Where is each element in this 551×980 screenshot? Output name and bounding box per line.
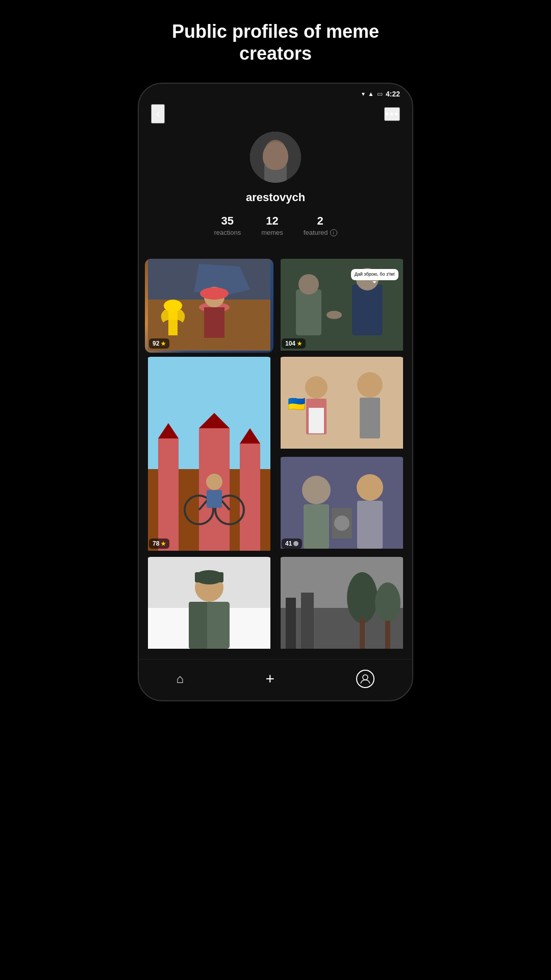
svg-rect-25	[240, 444, 260, 551]
star-icon-2: ★	[297, 340, 302, 347]
svg-rect-60	[360, 618, 365, 649]
reactions-label: reactions	[214, 229, 241, 236]
meme-thumb-5	[278, 457, 406, 551]
svg-rect-42	[304, 504, 329, 549]
star-icon-3: ★	[161, 541, 166, 547]
stats-row: 35 reactions 12 memes 2 featured i	[151, 214, 400, 236]
svg-rect-8	[204, 307, 224, 338]
svg-point-62	[363, 675, 368, 680]
nav-home[interactable]: ⌂	[177, 672, 184, 686]
phone-frame: ▾ ▲ ▭ 4:22 ‹ ••• arestovych	[138, 83, 413, 701]
avatar	[250, 132, 301, 183]
avatar-image	[250, 132, 301, 183]
svg-rect-39	[360, 398, 380, 438]
info-icon: i	[330, 229, 337, 236]
home-icon: ⌂	[177, 672, 184, 686]
stat-featured: 2 featured i	[304, 214, 337, 236]
meme-item-6[interactable]	[145, 557, 273, 651]
meme-thumb-4: 🇺🇦	[278, 357, 406, 451]
featured-count: 2	[317, 214, 323, 228]
meme-score-1: 92 ★	[149, 338, 169, 349]
top-nav: ‹ •••	[139, 100, 412, 132]
reactions-count: 35	[221, 214, 234, 228]
svg-point-3	[269, 150, 273, 153]
svg-point-10	[200, 287, 229, 300]
svg-rect-2	[264, 162, 287, 183]
svg-point-18	[327, 311, 342, 319]
bottom-nav: ⌂ +	[139, 659, 412, 700]
meme-item-1[interactable]: 92 ★	[145, 259, 273, 353]
nav-add[interactable]: +	[259, 668, 281, 690]
more-button[interactable]: •••	[384, 107, 400, 121]
meme-score-3: 78 ★	[149, 538, 169, 549]
stat-reactions: 35 reactions	[214, 214, 241, 236]
meme-svg-1	[145, 259, 273, 351]
meme-item-4[interactable]: 🇺🇦	[278, 357, 406, 453]
svg-rect-16	[352, 284, 383, 335]
signal-icon: ▲	[368, 90, 374, 97]
featured-label-row: featured i	[304, 229, 337, 236]
svg-rect-53	[189, 602, 207, 649]
meme-thumb-6	[145, 557, 273, 651]
svg-rect-21	[158, 438, 179, 551]
svg-rect-57	[301, 593, 314, 649]
svg-point-35	[305, 376, 328, 399]
profile-icon	[356, 670, 374, 688]
svg-point-4	[278, 150, 282, 153]
meme-svg-5	[278, 457, 406, 549]
meme-score-5: 41	[282, 538, 302, 549]
ukraine-flag-4: 🇺🇦	[288, 396, 306, 412]
svg-point-58	[347, 572, 378, 623]
meme-score-2: 104 ★	[282, 338, 306, 349]
meme-thumb-7	[278, 557, 406, 651]
meme-thumb-3	[145, 357, 273, 553]
profile-svg	[360, 673, 371, 684]
svg-rect-51	[195, 572, 223, 582]
svg-rect-44	[357, 501, 383, 549]
wifi-icon: ▾	[362, 90, 365, 97]
svg-point-38	[357, 372, 383, 398]
meme-item-7[interactable]	[278, 557, 406, 651]
status-time: 4:22	[386, 90, 400, 98]
memes-count: 12	[266, 214, 278, 228]
svg-rect-56	[286, 598, 296, 649]
svg-rect-37	[309, 408, 324, 433]
svg-point-43	[357, 474, 383, 501]
profile-section: arestovych 35 reactions 12 memes 2 featu…	[139, 132, 412, 259]
username: arestovych	[246, 191, 305, 204]
status-icons: ▾ ▲ ▭ 4:22	[362, 90, 400, 98]
meme-item-2[interactable]: Дай зброю, бо з'їм! 104 ★	[278, 259, 406, 353]
svg-rect-14	[296, 289, 321, 335]
back-button[interactable]: ‹	[151, 104, 165, 124]
svg-point-1	[264, 140, 287, 166]
stat-memes: 12 memes	[261, 214, 283, 236]
star-icon-1: ★	[161, 340, 166, 347]
svg-point-32	[206, 474, 222, 490]
dot-icon-5	[293, 541, 298, 546]
meme-svg-6	[145, 557, 273, 649]
svg-point-59	[375, 582, 400, 623]
meme-item-5[interactable]: 41	[278, 457, 406, 553]
page-title: Public profiles of meme creators	[172, 20, 379, 64]
svg-rect-33	[207, 490, 222, 508]
add-icon: +	[259, 668, 281, 690]
avatar-svg	[250, 132, 301, 183]
memes-label: memes	[261, 229, 283, 236]
svg-point-41	[302, 476, 331, 504]
meme-svg-7	[278, 557, 406, 649]
svg-rect-61	[385, 621, 390, 649]
speech-bubble-2: Дай зброю, бо з'їм!	[351, 269, 398, 280]
meme-svg-3	[145, 357, 273, 551]
status-bar: ▾ ▲ ▭ 4:22	[139, 84, 412, 100]
svg-point-15	[298, 274, 319, 295]
battery-icon: ▭	[377, 90, 383, 97]
featured-label: featured	[304, 229, 328, 236]
meme-item-3[interactable]: 78 ★	[145, 357, 273, 553]
meme-grid: 92 ★ Дай зброю, бо з'їм! 1	[139, 259, 412, 651]
svg-point-46	[334, 516, 349, 531]
nav-profile[interactable]	[356, 670, 374, 688]
